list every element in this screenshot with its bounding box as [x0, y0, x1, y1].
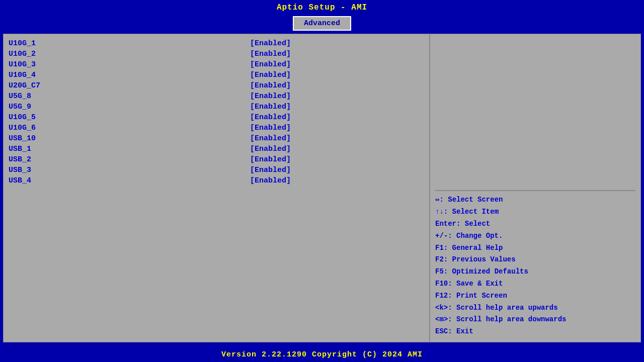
divider: [435, 190, 635, 191]
key-hint-desc: Change Opt.: [452, 232, 503, 240]
key-hint-row: F2: Previous Values: [435, 254, 635, 266]
menu-row[interactable]: U10G_5[Enabled]: [9, 112, 424, 123]
menu-row[interactable]: U10G_3[Enabled]: [9, 59, 424, 70]
key-hint-desc: Select Item: [448, 208, 499, 216]
key-hint-key: <m>:: [435, 315, 452, 323]
key-hint-desc: Exit: [452, 327, 473, 335]
menu-item-label: U5G_8: [9, 92, 250, 101]
key-hint-desc: Optimized Defaults: [448, 267, 528, 276]
menu-item-value: [Enabled]: [250, 155, 291, 164]
key-hint-key: <k>:: [435, 304, 452, 312]
menu-item-label: U10G_3: [9, 60, 250, 69]
key-hint-key: +/-:: [435, 232, 452, 240]
main-content: U10G_1[Enabled]U10G_2[Enabled]U10G_3[Ena…: [3, 34, 641, 342]
key-hint-row: F10: Save & Exit: [435, 278, 635, 290]
key-hint-key: ↑↓:: [435, 208, 448, 216]
menu-item-label: USB_3: [9, 166, 250, 174]
menu-row[interactable]: USB_10[Enabled]: [9, 133, 424, 144]
menu-item-value: [Enabled]: [250, 145, 291, 153]
menu-item-value: [Enabled]: [250, 124, 291, 132]
menu-row[interactable]: U10G_6[Enabled]: [9, 123, 424, 133]
key-hint-key: ESC:: [435, 327, 452, 335]
menu-row[interactable]: U5G_8[Enabled]: [9, 91, 424, 102]
menu-item-label: U10G_5: [9, 113, 250, 122]
help-area: [435, 38, 635, 187]
menu-item-label: U20G_C7: [9, 81, 250, 90]
menu-row[interactable]: U20G_C7[Enabled]: [9, 80, 424, 91]
key-hint-key: F2:: [435, 255, 448, 263]
menu-row[interactable]: USB_1[Enabled]: [9, 144, 424, 154]
menu-item-label: U10G_6: [9, 124, 250, 132]
key-hint-row: F12: Print Screen: [435, 290, 635, 302]
menu-item-label: U5G_9: [9, 103, 250, 111]
menu-item-value: [Enabled]: [250, 60, 291, 69]
key-hint-desc: Select Screen: [444, 196, 503, 204]
key-hint-desc: Scroll help area downwards: [452, 315, 567, 323]
menu-item-value: [Enabled]: [250, 92, 291, 101]
key-hint-desc: Print Screen: [452, 292, 507, 300]
key-hint-key: F10:: [435, 280, 452, 288]
key-hint-key: ⇔:: [435, 196, 444, 204]
key-hint-row: F1: General Help: [435, 242, 635, 254]
key-hint-desc: General Help: [448, 244, 503, 252]
left-panel: U10G_1[Enabled]U10G_2[Enabled]U10G_3[Ena…: [4, 34, 430, 342]
footer-text: Version 2.22.1290 Copyright (C) 2024 AMI: [221, 350, 423, 359]
menu-item-value: [Enabled]: [250, 103, 291, 111]
menu-item-label: U10G_1: [9, 39, 250, 48]
menu-item-label: USB_2: [9, 155, 250, 164]
menu-item-label: USB_10: [9, 134, 250, 143]
key-hint-row: ↑↓: Select Item: [435, 206, 635, 218]
key-hint-key: Enter:: [435, 220, 460, 228]
key-hint-desc: Select: [460, 220, 490, 228]
key-hint-row: <k>: Scroll help area upwards: [435, 302, 635, 314]
key-hint-desc: Scroll help area upwards: [452, 304, 558, 312]
menu-row[interactable]: USB_4[Enabled]: [9, 175, 424, 186]
menu-item-value: [Enabled]: [250, 166, 291, 174]
key-hint-row: ⇔: Select Screen: [435, 194, 635, 206]
key-hint-desc: Previous Values: [448, 255, 515, 263]
menu-item-value: [Enabled]: [250, 39, 291, 48]
key-hint-key: F5:: [435, 267, 448, 276]
menu-row[interactable]: U10G_1[Enabled]: [9, 38, 424, 49]
key-hint-key: F12:: [435, 292, 452, 300]
tab-bar: Advanced: [0, 14, 644, 31]
menu-row[interactable]: USB_2[Enabled]: [9, 154, 424, 165]
key-hint-row: Enter: Select: [435, 218, 635, 230]
tab-advanced[interactable]: Advanced: [293, 16, 351, 31]
right-panel: ⇔: Select Screen↑↓: Select ItemEnter: Se…: [430, 34, 640, 342]
key-hint-row: F5: Optimized Defaults: [435, 266, 635, 278]
menu-row[interactable]: U10G_4[Enabled]: [9, 70, 424, 80]
menu-item-label: U10G_2: [9, 50, 250, 58]
menu-row[interactable]: USB_3[Enabled]: [9, 165, 424, 175]
key-hint-row: ESC: Exit: [435, 326, 635, 338]
menu-item-label: USB_4: [9, 176, 250, 185]
menu-item-label: USB_1: [9, 145, 250, 153]
menu-row[interactable]: U5G_9[Enabled]: [9, 102, 424, 112]
menu-item-value: [Enabled]: [250, 71, 291, 79]
menu-item-value: [Enabled]: [250, 134, 291, 143]
key-hint-row: <m>: Scroll help area downwards: [435, 314, 635, 326]
header-title: Aptio Setup - AMI: [0, 0, 644, 14]
key-hints: ⇔: Select Screen↑↓: Select ItemEnter: Se…: [435, 194, 635, 338]
key-hint-desc: Save & Exit: [452, 280, 503, 288]
menu-item-label: U10G_4: [9, 71, 250, 79]
title-text: Aptio Setup - AMI: [277, 3, 367, 12]
menu-item-value: [Enabled]: [250, 81, 291, 90]
menu-item-value: [Enabled]: [250, 176, 291, 185]
menu-item-value: [Enabled]: [250, 113, 291, 122]
key-hint-key: F1:: [435, 244, 448, 252]
key-hint-row: +/-: Change Opt.: [435, 230, 635, 242]
menu-item-value: [Enabled]: [250, 50, 291, 58]
footer-bar: Version 2.22.1290 Copyright (C) 2024 AMI: [0, 347, 644, 362]
menu-row[interactable]: U10G_2[Enabled]: [9, 49, 424, 59]
